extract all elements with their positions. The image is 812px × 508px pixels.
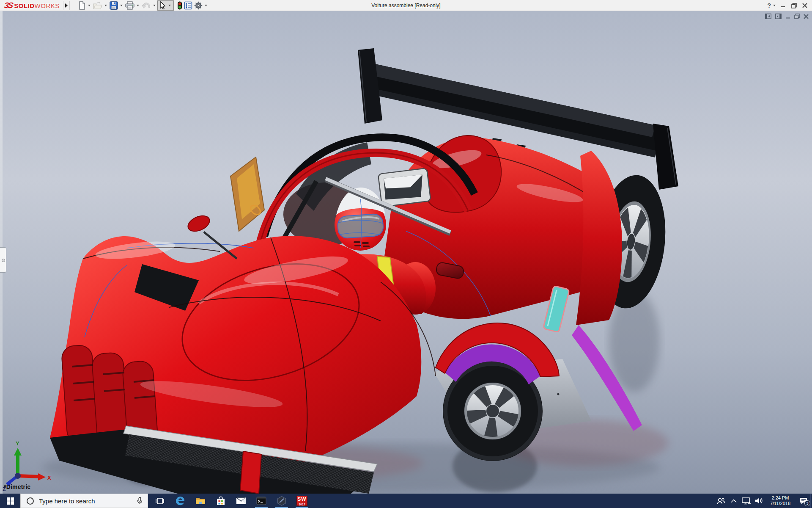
- options-dropdown-caret[interactable]: [205, 5, 207, 6]
- notification-badge: 3: [804, 500, 810, 506]
- store-icon: [216, 496, 225, 505]
- tray-date: 7/11/2018: [766, 501, 794, 506]
- people-icon: [717, 497, 725, 505]
- hidden-icons-button[interactable]: [727, 499, 740, 503]
- graphics-viewport[interactable]: Z Y X: [0, 11, 812, 494]
- people-button[interactable]: [715, 497, 727, 505]
- microphone-icon[interactable]: [137, 497, 143, 505]
- search-input[interactable]: [39, 497, 137, 505]
- dock-panel-right-button[interactable]: [775, 14, 782, 19]
- solidworks-window: 3S SOLID WORKS: [0, 0, 812, 508]
- document-minimize-button[interactable]: [785, 14, 790, 19]
- display-settings-icon: [184, 1, 192, 10]
- rebuild-stoplight-button[interactable]: [176, 0, 183, 11]
- edge-button[interactable]: [170, 494, 190, 508]
- open-button[interactable]: [92, 0, 103, 11]
- hexagon-app-icon: [277, 496, 287, 506]
- save-dropdown-caret[interactable]: [120, 5, 123, 6]
- file-explorer-icon: [195, 497, 206, 505]
- select-tool-button[interactable]: [157, 0, 174, 11]
- feature-manager-collapsed-tab[interactable]: [0, 247, 6, 273]
- document-close-button[interactable]: [804, 14, 809, 19]
- menu-flyout-button[interactable]: [63, 1, 70, 10]
- undo-arrow-icon: [142, 2, 151, 9]
- stoplight-icon: [177, 1, 182, 10]
- display-settings-button[interactable]: [183, 0, 193, 11]
- restore-icon: [791, 3, 797, 8]
- open-folder-icon: [93, 2, 102, 9]
- print-icon: [125, 1, 134, 10]
- system-tray: 2:24 PM 7/11/2018 3: [715, 494, 812, 508]
- document-window-controls: [765, 14, 809, 19]
- edge-icon: [175, 496, 185, 506]
- triad-y-label: Y: [16, 440, 19, 447]
- window-controls: ?: [764, 0, 810, 11]
- volume-icon: [755, 497, 763, 504]
- sw-icon-text: SW: [296, 496, 307, 502]
- store-button[interactable]: [211, 494, 231, 508]
- taskbar-pinned-apps: SW 2017: [150, 494, 312, 508]
- new-document-icon: [78, 1, 86, 10]
- options-button[interactable]: [193, 0, 203, 11]
- print-button[interactable]: [124, 0, 135, 11]
- sw-icon-year: 2017: [296, 503, 307, 506]
- triad-x-label: X: [47, 475, 51, 481]
- undo-button[interactable]: [141, 0, 152, 11]
- options-gear-icon: [194, 1, 203, 10]
- task-view-button[interactable]: [150, 494, 170, 508]
- cortana-icon: [27, 497, 34, 505]
- windows-logo-icon: [7, 497, 14, 505]
- undo-dropdown-caret[interactable]: [153, 5, 156, 6]
- start-button[interactable]: [0, 494, 20, 508]
- solidworks-logo-solid: SOLID: [14, 2, 34, 9]
- minimize-button[interactable]: [777, 0, 788, 11]
- help-button[interactable]: ?: [764, 2, 772, 9]
- save-button[interactable]: [109, 0, 119, 11]
- title-bar: 3S SOLID WORKS: [0, 0, 812, 11]
- help-dropdown-caret[interactable]: [773, 5, 776, 6]
- solidworks-logo: 3S SOLID WORKS: [4, 1, 60, 10]
- solidworks-app-icon: SW 2017: [296, 496, 307, 506]
- windows-taskbar: SW 2017: [0, 494, 812, 508]
- solidworks-taskbar-button[interactable]: SW 2017: [292, 494, 312, 508]
- command-prompt-button[interactable]: [251, 494, 272, 508]
- select-dropdown-caret[interactable]: [168, 5, 171, 6]
- new-document-button[interactable]: [77, 0, 87, 11]
- grille-divider: [240, 451, 261, 494]
- flyout-arrow-icon: [65, 3, 68, 8]
- network-display-icon: [742, 497, 751, 505]
- solidworks-logo-mark: 3S: [3, 1, 13, 10]
- save-floppy-icon: [110, 1, 118, 10]
- model-scene: Z Y X: [0, 11, 812, 494]
- open-dropdown-caret[interactable]: [104, 5, 107, 6]
- mail-icon: [236, 497, 246, 505]
- clock[interactable]: 2:24 PM 7/11/2018: [766, 495, 794, 506]
- select-cursor-icon: [159, 1, 167, 10]
- new-dropdown-caret[interactable]: [88, 5, 91, 6]
- cad-viewer-button[interactable]: [272, 494, 292, 508]
- minimize-icon: [780, 3, 785, 8]
- close-icon: [802, 3, 807, 8]
- close-button[interactable]: [799, 0, 810, 11]
- command-prompt-icon: [256, 497, 266, 505]
- file-explorer-button[interactable]: [190, 494, 211, 508]
- taskbar-search[interactable]: [20, 494, 148, 508]
- mail-button[interactable]: [231, 494, 251, 508]
- show-desktop-button[interactable]: [810, 494, 812, 508]
- chevron-up-icon: [731, 499, 737, 503]
- standard-toolbar: [77, 0, 209, 11]
- volume-button[interactable]: [753, 497, 765, 504]
- restore-button[interactable]: [788, 0, 799, 11]
- solidworks-logo-works: WORKS: [35, 2, 60, 9]
- network-button[interactable]: [740, 497, 753, 505]
- action-center-button[interactable]: 3: [795, 494, 812, 508]
- document-restore-button[interactable]: [794, 14, 800, 19]
- dock-panel-left-button[interactable]: [765, 14, 771, 19]
- view-orientation-label: *Dimetric: [4, 483, 30, 490]
- intake-box: [378, 168, 431, 207]
- tray-time: 2:24 PM: [766, 495, 794, 501]
- print-dropdown-caret[interactable]: [137, 5, 139, 6]
- task-view-icon: [156, 497, 164, 505]
